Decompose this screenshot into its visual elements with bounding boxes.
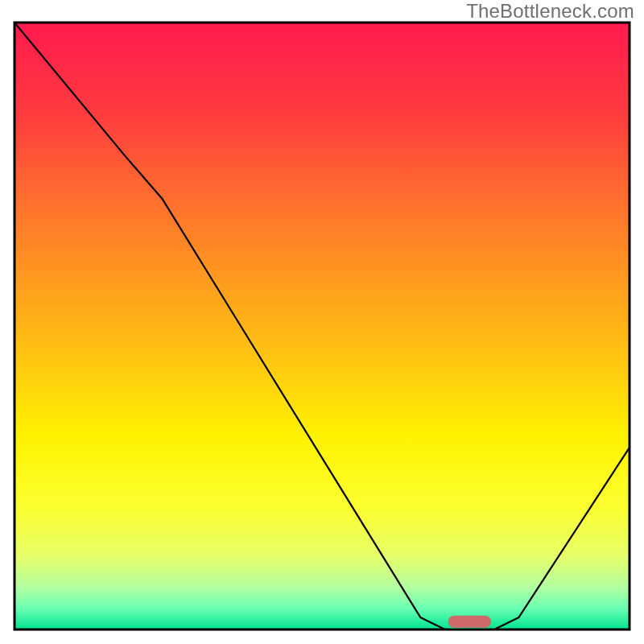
chart-svg <box>0 0 644 644</box>
optimal-range-marker <box>448 616 491 628</box>
gradient-background <box>14 23 630 630</box>
plot-area <box>14 23 630 630</box>
bottleneck-chart: TheBottleneck.com <box>0 0 644 644</box>
